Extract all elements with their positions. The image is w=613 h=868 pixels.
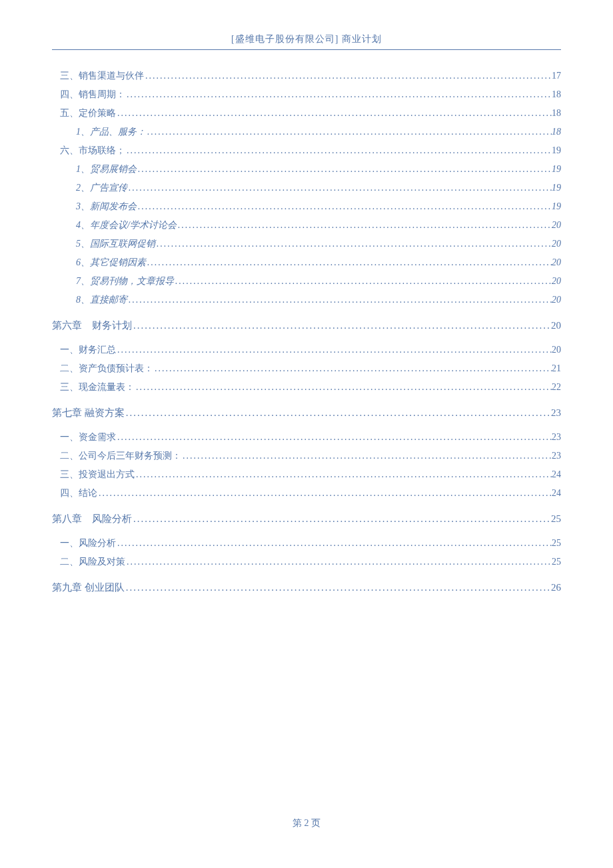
toc-page-number: 24 xyxy=(552,488,561,499)
toc-page-number: 23 xyxy=(551,407,561,419)
toc-entry-label: 3、新闻发布会 xyxy=(76,201,137,213)
toc-page-number: 21 xyxy=(552,363,561,374)
toc-page-number: 25 xyxy=(551,513,561,525)
toc-page-number: 20 xyxy=(551,320,561,331)
toc-page-number: 23 xyxy=(552,432,561,443)
toc-leader-dots xyxy=(174,276,552,287)
toc-entry-label: 二、资产负债预计表： xyxy=(60,363,153,375)
toc-page-number: 18 xyxy=(552,127,561,137)
toc-leader-dots xyxy=(97,488,552,499)
toc-entry-row: 7、贸易刊物，文章报导20 xyxy=(76,275,561,287)
toc-page-number: 19 xyxy=(552,201,561,212)
toc-entry-row: 一、风险分析25 xyxy=(60,537,561,549)
toc-entry-label: 一、财务汇总 xyxy=(60,344,116,356)
toc-entry-row: 六、市场联络；19 xyxy=(60,145,561,157)
toc-entry-row: 2、广告宣传19 xyxy=(76,182,561,194)
toc-leader-dots xyxy=(132,320,551,331)
toc-page-number: 24 xyxy=(552,469,561,480)
toc-page-number: 20 xyxy=(552,257,561,268)
toc-entry-label: 三、投资退出方式 xyxy=(60,469,135,481)
toc-page-number: 19 xyxy=(552,164,561,175)
toc-leader-dots xyxy=(146,127,552,137)
toc-leader-dots xyxy=(137,164,552,175)
toc-leader-dots xyxy=(177,220,552,231)
toc-entry-row: 五、定价策略18 xyxy=(60,107,561,119)
toc-entry-row: 6、其它促销因素20 xyxy=(76,257,561,269)
toc-entry-row: 三、现金流量表：22 xyxy=(60,381,561,393)
toc-page-number: 18 xyxy=(552,89,561,100)
toc-leader-dots xyxy=(125,89,552,100)
toc-entry-row: 二、公司今后三年财务预测：23 xyxy=(60,450,561,462)
toc-leader-dots xyxy=(125,145,552,156)
toc-page-number: 19 xyxy=(552,183,561,193)
toc-leader-dots xyxy=(144,71,552,81)
toc-leader-dots xyxy=(116,432,552,443)
toc-leader-dots xyxy=(125,582,551,593)
toc-leader-dots xyxy=(116,108,552,119)
toc-chapter-label: 第九章 创业团队 xyxy=(52,581,125,594)
toc-leader-dots xyxy=(137,201,552,212)
toc-page-number: 18 xyxy=(552,108,561,119)
toc-entry-label: 五、定价策略 xyxy=(60,107,116,119)
toc-entry-row: 3、新闻发布会19 xyxy=(76,201,561,213)
toc-entry-label: 5、国际互联网促销 xyxy=(76,238,155,250)
toc-entry-label: 二、公司今后三年财务预测： xyxy=(60,450,181,462)
toc-entry-label: 四、结论 xyxy=(60,487,97,499)
toc-entry-label: 一、资金需求 xyxy=(60,431,116,443)
toc-entry-row: 三、销售渠道与伙伴17 xyxy=(60,70,561,82)
toc-entry-row: 1、贸易展销会19 xyxy=(76,163,561,175)
toc-entry-label: 6、其它促销因素 xyxy=(76,257,146,269)
toc-chapter-label: 第六章 财务计划 xyxy=(52,319,132,332)
toc-page-number: 20 xyxy=(552,345,561,355)
page-header-title: [盛维电子股份有限公司] 商业计划 xyxy=(52,33,561,49)
toc-entry-label: 1、产品、服务： xyxy=(76,126,146,138)
toc-chapter-row: 第九章 创业团队26 xyxy=(52,581,561,594)
toc-chapter-row: 第七章 融资方案23 xyxy=(52,407,561,419)
toc-leader-dots xyxy=(181,451,552,461)
toc-entry-label: 8、直接邮寄 xyxy=(76,294,127,306)
toc-leader-dots xyxy=(125,407,551,419)
toc-entry-label: 三、销售渠道与伙伴 xyxy=(60,70,144,82)
toc-section-group: 一、财务汇总20二、资产负债预计表：21三、现金流量表：22 xyxy=(52,344,561,393)
toc-leader-dots xyxy=(146,257,552,268)
toc-entry-label: 7、贸易刊物，文章报导 xyxy=(76,275,174,287)
toc-entry-row: 一、财务汇总20 xyxy=(60,344,561,356)
page-footer: 第 2 页 xyxy=(0,812,613,829)
toc-entry-label: 六、市场联络； xyxy=(60,145,125,157)
toc-entry-row: 1、产品、服务：18 xyxy=(76,126,561,138)
toc-entry-label: 二、风险及对策 xyxy=(60,556,125,568)
toc-chapter-label: 第七章 融资方案 xyxy=(52,407,125,419)
header-divider xyxy=(52,49,561,50)
toc-section-group: 一、风险分析25二、风险及对策25 xyxy=(52,537,561,568)
toc-page-number: 17 xyxy=(552,71,561,81)
toc-entry-label: 2、广告宣传 xyxy=(76,182,127,194)
toc-entry-row: 四、结论24 xyxy=(60,487,561,499)
toc-page-number: 19 xyxy=(552,145,561,156)
toc-page-number: 20 xyxy=(552,295,561,305)
toc-leader-dots xyxy=(135,469,552,480)
toc-leader-dots xyxy=(127,295,552,305)
toc-chapter-row: 第八章 风险分析25 xyxy=(52,513,561,525)
toc-entry-row: 5、国际互联网促销20 xyxy=(76,238,561,250)
toc-page-number: 22 xyxy=(552,382,561,393)
toc-page-number: 25 xyxy=(552,557,561,567)
toc-leader-dots xyxy=(155,239,552,249)
toc-page-number: 25 xyxy=(552,538,561,549)
toc-leader-dots xyxy=(116,538,552,549)
toc-page-number: 26 xyxy=(551,582,561,593)
toc-chapter-label: 第八章 风险分析 xyxy=(52,513,132,525)
toc-chapter-row: 第六章 财务计划20 xyxy=(52,319,561,332)
toc-page-number: 23 xyxy=(552,451,561,461)
toc-entry-label: 一、风险分析 xyxy=(60,537,116,549)
page-number: 第 2 页 xyxy=(293,818,320,828)
toc-page-number: 20 xyxy=(552,239,561,249)
toc-entry-label: 三、现金流量表： xyxy=(60,381,135,393)
toc-entry-label: 四、销售周期： xyxy=(60,89,125,101)
toc-leader-dots xyxy=(132,513,551,525)
toc-entry-label: 4、年度会议/学术讨论会 xyxy=(76,219,177,231)
table-of-contents: 三、销售渠道与伙伴17四、销售周期：18五、定价策略181、产品、服务：18六、… xyxy=(52,70,561,594)
toc-entry-row: 一、资金需求23 xyxy=(60,431,561,443)
toc-section-group: 一、资金需求23二、公司今后三年财务预测：23三、投资退出方式24四、结论24 xyxy=(52,431,561,499)
toc-leader-dots xyxy=(135,382,552,393)
toc-entry-label: 1、贸易展销会 xyxy=(76,163,137,175)
